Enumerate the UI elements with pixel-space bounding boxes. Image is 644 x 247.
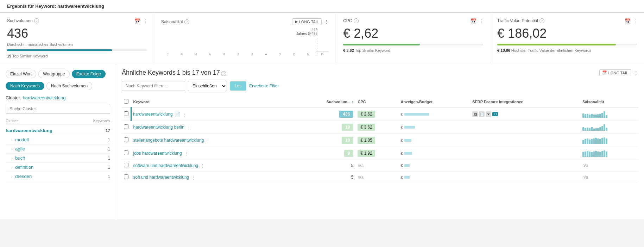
calendar-icon-suchvolumen[interactable]: 📅 [134, 18, 140, 24]
saison-mini-bar [601, 151, 603, 157]
row-checkbox[interactable] [124, 111, 128, 116]
filter-wortgruppe[interactable]: Wortgruppe [38, 70, 69, 78]
more-icon-panel[interactable]: ⋮ [634, 70, 638, 75]
keyword-link[interactable]: hardwareentwicklung [133, 112, 173, 117]
saison-mini-bar [589, 115, 591, 118]
filter-exakte-folge[interactable]: Exakte Folge [72, 70, 106, 78]
saison-mini [582, 124, 636, 131]
saison-bar-J: J [161, 51, 174, 56]
sort-nach-keywords[interactable]: Nach Keywords [6, 82, 44, 90]
cluster-row[interactable]: › dresden 1 [6, 172, 110, 181]
cluster-row[interactable]: hardwareentwicklung 17 [6, 126, 110, 135]
more-row-icon[interactable]: ⋮ [187, 125, 191, 130]
cluster-row[interactable]: › buch 1 [6, 154, 110, 163]
saison-bar-S: S [273, 51, 286, 56]
cluster-row[interactable]: › definition 1 [6, 163, 110, 172]
saison-mini-bar [585, 139, 586, 144]
saison-mini-bar [587, 151, 588, 157]
search-cluster-input[interactable] [6, 104, 110, 114]
long-tail-btn-panel[interactable]: 📅 LONG TAIL [599, 69, 631, 76]
info-icon-saison[interactable]: ? [184, 19, 189, 24]
los-button[interactable]: Los [230, 81, 246, 91]
main-content: Einzel Wort Wortgruppe Exakte Folge Nach… [0, 64, 644, 219]
saison-bar-A: A [203, 51, 216, 56]
long-tail-btn-saison[interactable]: ▶ LONG TAIL [292, 18, 322, 25]
table-row: software und hardwareentwicklung ⋮ 5n/a … [122, 160, 638, 172]
more-icon-suchvolumen[interactable]: ⋮ [143, 18, 148, 24]
copy-icon[interactable]: 📄 [175, 112, 181, 117]
header-budget[interactable]: Anzeigen-Budget [398, 96, 470, 107]
cluster-table-header: Cluster Keywords [6, 117, 110, 125]
row-checkbox[interactable] [124, 150, 128, 155]
keyword-link[interactable]: soft und hardwareentwicklung [133, 175, 189, 180]
more-row-icon[interactable]: ⋮ [184, 151, 189, 156]
saison-mini-bar [585, 128, 586, 131]
keyword-filter-input[interactable] [122, 81, 185, 91]
saison-mini-bar [601, 126, 603, 131]
more-row-icon[interactable]: ⋮ [191, 175, 196, 180]
cluster-count: 1 [108, 165, 110, 170]
saison-bar-M: M [217, 51, 231, 56]
chevron-icon: › [11, 147, 13, 151]
sort-buttons: Nach Keywords Nach Suchvolumen [6, 82, 110, 90]
more-row-icon[interactable]: ⋮ [206, 138, 210, 143]
keyword-link[interactable]: stellenangebote hardwareentwicklung [133, 138, 204, 143]
metrics-row: Suchvolumen ? 📅 ⋮ 436 Durchschn. monatli… [0, 13, 644, 64]
row-checkbox[interactable] [124, 124, 128, 129]
table-row: hardwareentwicklung 📄 ⋮ 436€ 2,62 € 🖼📄♛+… [122, 107, 638, 121]
saison-mini [582, 150, 636, 157]
saison-mini-bar [582, 113, 584, 118]
more-icon-traffic[interactable]: ⋮ [633, 18, 638, 24]
saison-mini-bar [593, 152, 595, 157]
more-icon-cpc[interactable]: ⋮ [479, 18, 484, 24]
filter-einzel-wort[interactable]: Einzel Wort [6, 70, 36, 78]
cluster-label: Cluster: hardwareentwicklung [6, 95, 110, 100]
cpc-sub: € 3,62 Top Similar Keyword [343, 48, 483, 53]
saison-mini-bar [606, 138, 607, 144]
chevron-icon: › [11, 174, 13, 179]
header-cpc[interactable]: CPC [355, 96, 398, 107]
info-icon-cpc[interactable]: ? [354, 18, 359, 23]
cluster-row[interactable]: › agile 1 [6, 144, 110, 154]
suchvolumen-avg-label: Durchschn. monatliches Suchvolumen [7, 42, 147, 47]
row-actions: ⋮ [191, 175, 196, 180]
keyword-link[interactable]: software und hardwareentwicklung [133, 163, 198, 168]
panel-title-area: Ähnliche Keywords 1 bis 17 von 17 ? [122, 69, 226, 76]
header-suchvolumen[interactable]: Suchvolum... [293, 96, 355, 107]
info-icon-suchvolumen[interactable]: ? [34, 18, 39, 23]
saison-mini-bar [604, 111, 605, 118]
saison-mini-bar [595, 151, 597, 157]
budget-bar-wrap: € [400, 163, 468, 168]
cluster-row[interactable]: › modell 1 [6, 135, 110, 144]
saison-mini-bar [582, 152, 584, 157]
info-icon-panel[interactable]: ? [221, 71, 226, 76]
calendar-icon-traffic[interactable]: 📅 [625, 18, 631, 24]
calendar-icon-cpc[interactable]: 📅 [471, 18, 476, 24]
table-row: hardwareentwicklung berlin ⋮ 19€ 3,62 € [122, 121, 638, 134]
more-row-icon[interactable]: ⋮ [200, 163, 205, 168]
panel-header: Ähnliche Keywords 1 bis 17 von 17 ? 📅 LO… [122, 69, 638, 76]
sidebar: Einzel Wort Wortgruppe Exakte Folge Nach… [0, 64, 116, 219]
saison-mini-bar [599, 127, 601, 131]
sort-nach-suchvolumen[interactable]: Nach Suchvolumen [46, 82, 92, 90]
row-checkbox[interactable] [124, 137, 128, 142]
erweiterte-filter-link[interactable]: Erweiterte Filter [249, 84, 279, 88]
more-icon-saison[interactable]: ⋮ [324, 19, 329, 24]
cluster-name-link[interactable]: hardwareentwicklung [23, 95, 65, 100]
saison-bar-N: N [302, 51, 315, 56]
include-exclude-select[interactable]: Einschließen Ausschließen [188, 81, 227, 91]
keywords-table: Keyword Suchvolum... CPC Anzeigen-Budget… [122, 96, 638, 183]
row-checkbox[interactable] [124, 174, 128, 179]
keyword-link[interactable]: hardwareentwicklung berlin [133, 125, 184, 130]
more-row-icon[interactable]: ⋮ [182, 112, 187, 117]
saison-mini-bar [591, 127, 593, 131]
panel-count: 1 bis 17 von 17 [177, 69, 220, 76]
info-icon-traffic[interactable]: ? [539, 18, 544, 23]
serp-icon: 🖼 [472, 111, 478, 117]
row-checkbox[interactable] [124, 163, 128, 167]
select-all-checkbox[interactable] [124, 99, 128, 104]
saison-bar-J: J [232, 51, 245, 56]
top-bar: Ergebnis für Keyword: hardwareentwicklun… [0, 0, 644, 13]
budget-bar [404, 176, 410, 179]
keyword-link[interactable]: jobs hardwareentwicklung [133, 151, 182, 156]
